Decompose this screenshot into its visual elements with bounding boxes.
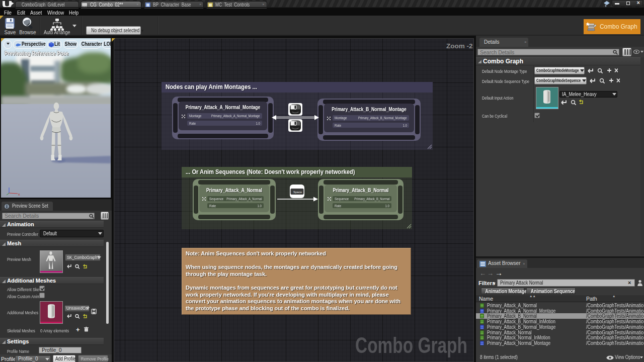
svg-text:Space: Space xyxy=(293,191,302,194)
svg-text:x: x xyxy=(18,193,20,196)
